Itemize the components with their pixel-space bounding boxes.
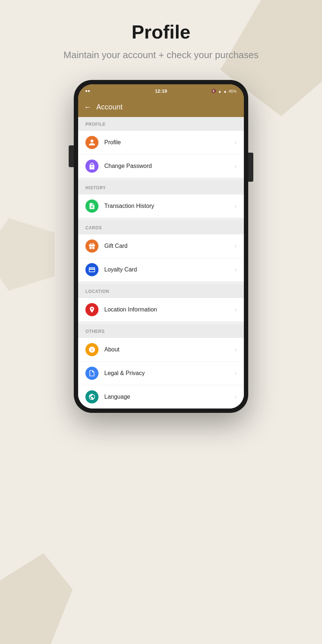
about-menu-item[interactable]: About › (78, 338, 244, 362)
language-label: Language (104, 394, 235, 400)
section-history-label: HISTORY (85, 185, 106, 190)
phone-inner: 12:19 🔇 ▲ ▲ 45% ← Account PROFILE (78, 84, 244, 408)
change-password-label: Change Password (104, 163, 235, 169)
transaction-history-icon (85, 200, 98, 213)
wifi-icon: ▲ (218, 89, 222, 93)
language-menu-item[interactable]: Language › (78, 385, 244, 408)
status-bar: 12:19 🔇 ▲ ▲ 45% (78, 84, 244, 97)
battery-icon: 45% (229, 89, 237, 93)
menu-content: PROFILE Profile › (78, 117, 244, 408)
section-others-header: OTHERS (78, 324, 244, 338)
bg-decoration-bottom-left (0, 553, 73, 644)
loyalty-card-icon (85, 263, 98, 276)
app-bar: ← Account (78, 97, 244, 117)
transaction-history-label: Transaction History (104, 203, 235, 209)
gap3 (78, 281, 244, 284)
profile-chevron: › (235, 139, 237, 146)
signal-icon: ▲ (223, 89, 227, 93)
about-chevron: › (235, 346, 237, 353)
language-icon (85, 390, 98, 403)
back-button[interactable]: ← (84, 102, 92, 112)
section-profile-header: PROFILE (78, 117, 244, 131)
legal-privacy-chevron: › (235, 370, 237, 377)
notification-dots (85, 90, 90, 92)
location-information-icon (85, 303, 98, 316)
transaction-history-chevron: › (235, 203, 237, 209)
loyalty-card-menu-item[interactable]: Loyalty Card › (78, 258, 244, 281)
about-icon (85, 343, 98, 356)
change-password-chevron: › (235, 163, 237, 169)
gift-card-menu-item[interactable]: Gift Card › (78, 234, 244, 258)
about-label: About (104, 346, 235, 353)
location-information-chevron: › (235, 306, 237, 313)
gap2 (78, 218, 244, 221)
history-menu-list: Transaction History › (78, 194, 244, 218)
location-information-menu-item[interactable]: Location Information › (78, 298, 244, 321)
phone-outer: 12:19 🔇 ▲ ▲ 45% ← Account PROFILE (74, 80, 248, 413)
transaction-history-menu-item[interactable]: Transaction History › (78, 194, 244, 218)
section-location-label: LOCATION (85, 289, 109, 294)
section-cards-header: CARDS (78, 221, 244, 234)
legal-privacy-label: Legal & Privacy (104, 370, 235, 377)
status-left (85, 90, 90, 92)
change-password-menu-item[interactable]: Change Password › (78, 154, 244, 178)
page-header: Profile Maintain your account + check yo… (49, 22, 273, 62)
profile-menu-item[interactable]: Profile › (78, 131, 244, 154)
status-right: 🔇 ▲ ▲ 45% (211, 89, 237, 93)
section-profile-label: PROFILE (85, 122, 106, 127)
section-history-header: HISTORY (78, 181, 244, 194)
location-menu-list: Location Information › (78, 298, 244, 321)
app-bar-title: Account (96, 103, 122, 111)
gap1 (78, 178, 244, 181)
section-others-label: OTHERS (85, 329, 105, 334)
gift-card-chevron: › (235, 243, 237, 249)
legal-privacy-menu-item[interactable]: Legal & Privacy › (78, 362, 244, 385)
legal-privacy-icon (85, 367, 98, 380)
profile-menu-list: Profile › Change Password › (78, 131, 244, 178)
mute-icon: 🔇 (211, 89, 216, 93)
loyalty-card-label: Loyalty Card (104, 266, 235, 273)
others-menu-list: About › Legal & Privacy › (78, 338, 244, 408)
gift-card-icon (85, 240, 98, 253)
page-title: Profile (64, 22, 259, 43)
bg-decoration-left-mid (0, 218, 55, 291)
dot1 (85, 90, 87, 92)
gift-card-label: Gift Card (104, 243, 235, 249)
change-password-icon (85, 160, 98, 173)
gap4 (78, 321, 244, 324)
location-information-label: Location Information (104, 306, 235, 313)
profile-icon (85, 136, 98, 149)
profile-label: Profile (104, 139, 235, 146)
phone-mockup: 12:19 🔇 ▲ ▲ 45% ← Account PROFILE (74, 80, 248, 413)
section-location-header: LOCATION (78, 284, 244, 298)
cards-menu-list: Gift Card › Loyalty Card › (78, 234, 244, 281)
dot2 (88, 90, 90, 92)
status-time: 12:19 (155, 88, 167, 94)
language-chevron: › (235, 394, 237, 400)
loyalty-card-chevron: › (235, 266, 237, 273)
page-subtitle: Maintain your account + check your purch… (64, 48, 259, 61)
section-cards-label: CARDS (85, 225, 102, 230)
